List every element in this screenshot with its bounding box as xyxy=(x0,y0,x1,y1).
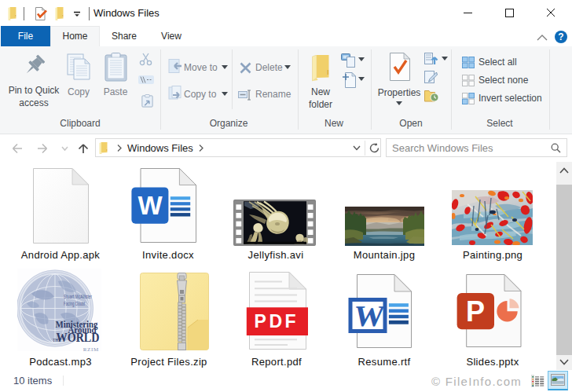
svg-text:THE: THE xyxy=(53,338,61,343)
svg-text:Stuart McAllister: Stuart McAllister xyxy=(64,294,92,299)
svg-text:PDF: PDF xyxy=(255,311,299,332)
svg-text:RZIM: RZIM xyxy=(83,346,99,352)
svg-text:W: W xyxy=(138,191,163,220)
svg-text:P: P xyxy=(466,295,485,328)
svg-text:WORLD: WORLD xyxy=(57,331,100,344)
svg-text:Facing Doubt: Facing Doubt xyxy=(64,301,85,307)
svg-text:W: W xyxy=(352,299,387,332)
